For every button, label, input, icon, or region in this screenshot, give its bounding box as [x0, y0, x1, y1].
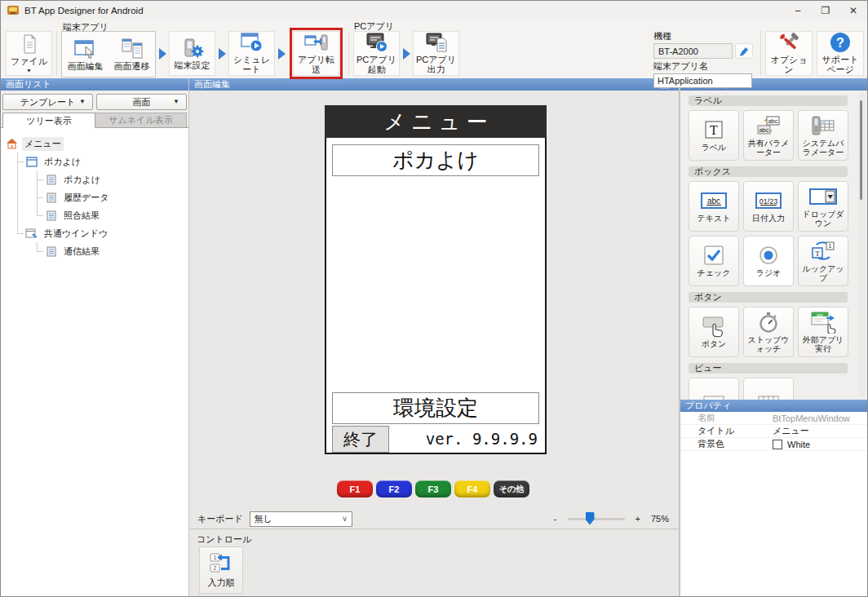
screen-edit-button[interactable]: 画面編集	[62, 32, 108, 77]
library-section-label: ボタン	[689, 292, 848, 303]
tree-item-screen[interactable]: 履歴データ	[45, 188, 187, 206]
app-name-field[interactable]: HTApplication	[653, 73, 752, 88]
app-name-label: 端末アプリ名	[653, 60, 755, 73]
grid-view-icon	[757, 391, 780, 400]
file-button[interactable]: ファイル ▼	[6, 31, 52, 76]
property-row-title[interactable]: タイトル メニュー	[680, 425, 867, 438]
pencil-icon	[738, 46, 750, 57]
maximize-button[interactable]: ❐	[812, 1, 839, 20]
simulate-button[interactable]: シミュレート	[228, 31, 275, 76]
support-page-button[interactable]: ? サポートページ	[817, 31, 864, 76]
flow-arrow-icon	[215, 31, 228, 76]
chevron-down-icon: ∨	[342, 515, 348, 523]
phone-button-pokayoke[interactable]: ポカよけ	[332, 144, 539, 176]
pc-app-launch-button[interactable]: PCアプリ起動	[353, 31, 400, 76]
zoom-in-button[interactable]: +	[636, 514, 640, 524]
window-icon	[25, 156, 38, 167]
tree-item-screen[interactable]: 照合結果	[45, 206, 187, 224]
library-item-date-input[interactable]: 01/23 日付入力	[743, 181, 794, 232]
svg-text:abc: abc	[707, 197, 720, 206]
svg-text:app: app	[817, 312, 823, 316]
zoom-value: 75%	[651, 514, 669, 524]
function-key-f2[interactable]: F2	[376, 480, 412, 498]
window-title: BT App Designer for Android	[24, 6, 144, 15]
function-key-f4[interactable]: F4	[454, 480, 490, 498]
template-dropdown[interactable]: テンプレート ▼	[2, 94, 93, 110]
keyboard-select[interactable]: 無し ∨	[250, 511, 352, 527]
model-label: 機種	[653, 30, 755, 42]
library-item-lookup[interactable]: T1 ルックアップ	[798, 236, 848, 286]
library-panel: ライブラリ ラベル T ラベル abcabc 共有パラメーター	[680, 78, 867, 597]
chevron-down-icon: ▼	[173, 98, 179, 105]
design-canvas[interactable]: メニュー ポカよけ 環境設定 終了 ver. 9.9.9.9 F1 F2 F3 …	[189, 91, 679, 509]
pc-app-launch-icon	[365, 32, 388, 54]
library-item-shared-parameter[interactable]: abcabc 共有パラメーター	[743, 110, 794, 161]
library-item-stopwatch[interactable]: ストップウォッチ	[743, 307, 794, 357]
common-window-icon	[25, 228, 38, 239]
function-key-other[interactable]: その他	[494, 480, 529, 498]
input-order-button[interactable]: 12 入力順	[199, 546, 243, 594]
tab-tree-view[interactable]: ツリー表示	[2, 113, 95, 128]
control-label: コントロール	[197, 533, 251, 546]
app-window: BT App Designer for Android – ❐ ✕ ファイル ▼…	[0, 0, 868, 597]
tree-item-screen[interactable]: ポカよけ	[45, 170, 187, 188]
library-item-check[interactable]: チェック	[689, 236, 739, 286]
library-item-image-view[interactable]	[689, 378, 739, 400]
function-key-f3[interactable]: F3	[415, 480, 451, 498]
zoom-out-button[interactable]: -	[554, 514, 557, 524]
library-section-label: ビュー	[689, 363, 848, 374]
image-view-icon	[702, 391, 725, 400]
external-app-icon: app	[810, 311, 836, 334]
property-row-background[interactable]: 背景色 White	[680, 438, 867, 451]
button-hand-icon	[701, 315, 727, 338]
terminal-settings-button[interactable]: 端末設定	[169, 31, 215, 76]
terminal-settings-icon	[181, 37, 204, 60]
dropdown-icon	[808, 185, 838, 208]
library-scrollbar-thumb[interactable]	[860, 100, 862, 200]
tree-item-menu[interactable]: メニュー	[6, 135, 187, 153]
library-item-text[interactable]: abc テキスト	[689, 181, 739, 232]
phone-button-exit[interactable]: 終了	[332, 426, 389, 453]
app-transfer-highlight: アプリ転送	[290, 28, 343, 79]
phone-button-settings[interactable]: 環境設定	[332, 392, 539, 424]
model-edit-button[interactable]	[735, 43, 753, 59]
screen-doc-icon	[45, 192, 57, 203]
library-item-label[interactable]: T ラベル	[689, 110, 739, 161]
date-input-icon: 01/23	[755, 189, 782, 212]
tree-item-window[interactable]: ポカよけ	[25, 153, 187, 170]
input-order-icon: 12	[209, 552, 233, 574]
phone-title-bar[interactable]: メニュー	[325, 105, 547, 138]
function-key-f1[interactable]: F1	[337, 480, 373, 498]
library-item-dropdown[interactable]: ドロップダウン	[798, 181, 848, 232]
screen-transition-button[interactable]: 画面遷移	[108, 32, 155, 77]
library-item-external-app[interactable]: app 外部アプリ実行	[798, 307, 848, 357]
library-scrollbar[interactable]	[858, 92, 865, 397]
screen-edit-header: 画面編集	[194, 78, 230, 91]
tree-item-common-window[interactable]: 共通ウインドウ	[25, 224, 187, 242]
library-item-button[interactable]: ボタン	[689, 307, 739, 357]
flow-arrow-icon	[400, 31, 413, 76]
pc-app-output-button[interactable]: PCアプリ出力	[413, 31, 459, 76]
zoom-slider-thumb[interactable]	[586, 512, 595, 525]
property-row-name[interactable]: 名前 BtTopMenuWindow	[680, 412, 867, 425]
system-parameter-icon	[811, 114, 835, 137]
color-swatch	[773, 440, 782, 449]
minimize-button[interactable]: –	[784, 1, 812, 20]
close-button[interactable]: ✕	[839, 1, 867, 20]
zoom-slider[interactable]	[568, 518, 625, 520]
tab-thumbnail-view[interactable]: サムネイル表示	[95, 113, 187, 128]
library-item-radio[interactable]: ラジオ	[743, 236, 794, 286]
model-field[interactable]: BT-A2000	[653, 43, 733, 59]
library-item-grid-view[interactable]	[743, 378, 794, 400]
flow-arrow-icon	[156, 31, 169, 76]
control-section: コントロール 12 入力順	[189, 528, 679, 597]
svg-text:T: T	[710, 123, 718, 137]
options-button[interactable]: オプション	[765, 31, 813, 76]
screen-doc-icon	[45, 210, 57, 221]
app-transfer-button[interactable]: アプリ転送	[293, 31, 339, 76]
library-item-system-parameter[interactable]: システムパラメーター	[798, 110, 848, 161]
home-icon	[6, 138, 18, 149]
tree-item-screen[interactable]: 通信結果	[45, 242, 187, 260]
screen-dropdown[interactable]: 画面 ▼	[96, 94, 187, 110]
screen-list-header: 画面リスト	[1, 78, 188, 91]
